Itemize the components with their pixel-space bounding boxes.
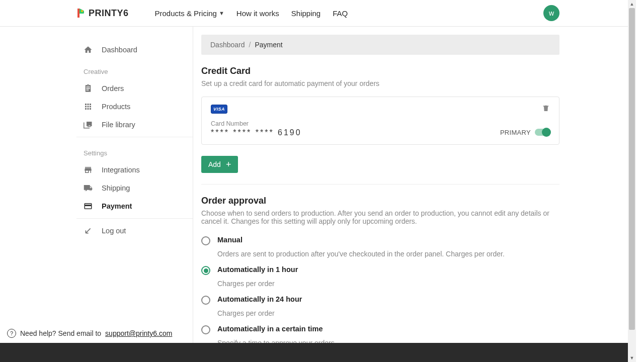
credit-card-subtitle: Set up a credit card for automatic payme… (201, 79, 559, 87)
page-footer (0, 343, 628, 362)
sidebar-label: File library (102, 121, 135, 129)
sidebar-item-orders[interactable]: Orders (76, 79, 193, 98)
help-footer: ? Need help? Send email to support@print… (7, 329, 172, 338)
sidebar-section-settings: Settings (76, 140, 193, 161)
divider (201, 184, 559, 185)
card-icon (84, 202, 93, 211)
sidebar-item-file-library[interactable]: File library (76, 116, 193, 134)
radio-auto-custom[interactable]: Automatically in a certain time (201, 323, 559, 336)
chevron-down-icon: ▼ (219, 10, 224, 16)
nav-shipping[interactable]: Shipping (291, 9, 320, 18)
store-icon (84, 165, 93, 174)
sidebar-item-products[interactable]: Products (76, 98, 193, 116)
main-content: Dashboard / Payment Credit Card Set up a… (193, 27, 559, 343)
radio-icon (201, 296, 210, 305)
truck-icon (84, 184, 93, 193)
breadcrumb: Dashboard / Payment (201, 35, 559, 55)
sidebar-label: Payment (102, 202, 132, 210)
scrollbar[interactable]: ▲ ▼ (628, 0, 636, 362)
help-email-link[interactable]: support@printy6.com (105, 329, 172, 337)
grid-icon (84, 102, 93, 111)
nav-faq[interactable]: FAQ (333, 9, 348, 18)
avatar[interactable]: w (543, 5, 559, 21)
home-icon (84, 45, 93, 54)
nav-products-pricing[interactable]: Products & Pricing ▼ (155, 9, 224, 18)
sidebar-label: Log out (102, 227, 126, 235)
divider (76, 137, 193, 137)
primary-label: PRIMARY (500, 129, 531, 136)
topnav: Products & Pricing ▼ How it works Shippi… (155, 9, 348, 18)
scrollbar-thumb[interactable] (629, 8, 635, 330)
radio-auto-24h[interactable]: Automatically in 24 hour (201, 294, 559, 306)
sidebar-label: Integrations (102, 166, 140, 174)
scroll-up-icon[interactable]: ▲ (628, 0, 636, 8)
credit-card-title: Credit Card (201, 66, 559, 76)
nav-products-label: Products & Pricing (155, 9, 217, 18)
radio-desc: Orders are sent to production after you'… (217, 250, 559, 258)
radio-auto-1h[interactable]: Automatically in 1 hour (201, 264, 559, 277)
radio-manual[interactable]: Manual (201, 234, 559, 247)
order-approval-options: Manual Orders are sent to production aft… (201, 234, 559, 350)
breadcrumb-root[interactable]: Dashboard (210, 41, 245, 49)
sidebar: Dashboard Creative Orders Products File … (76, 27, 193, 343)
sidebar-label: Orders (102, 84, 124, 93)
sidebar-item-integrations[interactable]: Integrations (76, 161, 193, 179)
logo-text: PRINTY6 (89, 8, 129, 19)
radio-label: Manual (217, 236, 243, 244)
nav-how-it-works[interactable]: How it works (236, 9, 279, 18)
trash-icon[interactable] (542, 104, 550, 114)
add-button-label: Add (208, 160, 221, 168)
sidebar-section-creative: Creative (76, 59, 193, 79)
breadcrumb-separator: / (249, 41, 251, 49)
card-number-label: Card Number (211, 120, 550, 127)
divider (76, 218, 193, 219)
breadcrumb-current: Payment (255, 41, 282, 49)
scroll-down-icon[interactable]: ▼ (628, 354, 636, 362)
add-card-button[interactable]: Add + (201, 156, 238, 173)
sidebar-item-payment[interactable]: Payment (76, 197, 193, 215)
plus-icon: + (226, 160, 231, 169)
radio-label: Automatically in a certain time (217, 325, 323, 333)
order-approval-title: Order approval (201, 196, 559, 206)
radio-label: Automatically in 24 hour (217, 295, 302, 303)
clipboard-icon (84, 84, 93, 93)
library-icon (84, 120, 93, 129)
topbar: PRINTY6 Products & Pricing ▼ How it work… (0, 0, 636, 27)
radio-label: Automatically in 1 hour (217, 265, 298, 274)
sidebar-label: Products (102, 103, 130, 111)
order-approval-subtitle: Choose when to send orders to production… (201, 209, 559, 225)
sidebar-label: Shipping (102, 184, 130, 192)
sidebar-item-shipping[interactable]: Shipping (76, 179, 193, 197)
visa-badge: VISA (211, 105, 227, 114)
card-number: **** **** **** 6190 (211, 128, 302, 137)
sidebar-item-dashboard[interactable]: Dashboard (76, 41, 193, 59)
primary-toggle[interactable] (535, 129, 550, 136)
sidebar-item-logout[interactable]: Log out (76, 222, 193, 240)
logout-icon (84, 226, 93, 235)
radio-icon (201, 266, 210, 275)
help-text: Need help? Send email to (20, 329, 101, 337)
radio-desc: Charges per order (217, 280, 559, 288)
radio-icon (201, 325, 210, 334)
radio-icon (201, 236, 210, 245)
svg-point-0 (81, 10, 83, 12)
credit-card-box: VISA Card Number **** **** **** 6190 PRI… (201, 97, 559, 145)
logo[interactable]: PRINTY6 (76, 8, 129, 19)
radio-desc: Charges per order (217, 309, 559, 317)
sidebar-label: Dashboard (102, 46, 137, 54)
logo-mark-icon (76, 8, 86, 19)
help-icon[interactable]: ? (7, 329, 16, 338)
